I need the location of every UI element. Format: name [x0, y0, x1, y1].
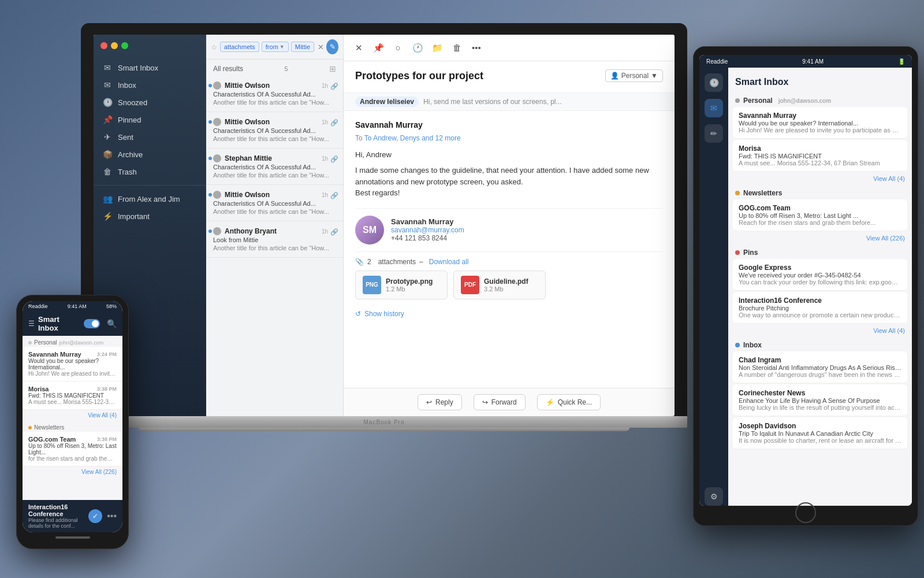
ipad-sender-nl-0: GOG.com Team: [739, 204, 901, 212]
ipad-personal-section: Personal john@dawson.com: [728, 92, 912, 106]
forward-button[interactable]: ↪ Forward: [474, 394, 526, 410]
search-icon[interactable]: 🔍: [107, 319, 117, 328]
iphone-toggle[interactable]: [84, 319, 100, 328]
iphone-email-1[interactable]: Morisa 3:38 PM Fwd: THIS IS MAGNIFICENT …: [23, 381, 122, 410]
ipad-email-pin-1[interactable]: Interaction16 Conference Brochure Pitchi…: [733, 292, 907, 324]
result-sender: Stephan Mittie: [213, 154, 336, 162]
search-tag-attachments[interactable]: attachmets: [220, 42, 259, 52]
result-item-3[interactable]: Mittie Owlson 1h 🔗 Characteristics Of A …: [206, 185, 343, 221]
label-dropdown-icon: ▼: [651, 72, 658, 80]
iphone-screen: Readdie 9:41 AM 58% ☰ Smart Inbox 🔍 Pers…: [23, 301, 122, 532]
sidebar-item-inbox[interactable]: ✉ Inbox: [94, 76, 206, 94]
sidebar-item-trash[interactable]: 🗑 Trash: [94, 163, 206, 180]
ipad-preview-inbox-1: Being lucky in life is the result of put…: [739, 404, 901, 411]
macbook-base: [81, 416, 687, 428]
search-tag-mittie[interactable]: Mittie: [291, 42, 314, 52]
ipad-sidebar-compose[interactable]: ✏: [705, 124, 723, 143]
attachments-row: 📎 2 attachments – Download all PNG: [355, 251, 663, 305]
pin-email-button[interactable]: 📌: [372, 42, 384, 54]
ipad-battery: 🔋: [898, 58, 905, 65]
ipad-email-personal-0[interactable]: Savannah Murray Would you be our speaker…: [733, 107, 907, 139]
sidebar-item-important[interactable]: ⚡ Important: [94, 208, 206, 225]
iphone-preview-0: Hi John! We are pleased to invite you to…: [28, 370, 117, 377]
circle-button[interactable]: ○: [392, 42, 404, 54]
ipad-viewall-pins[interactable]: View All (4): [728, 325, 912, 336]
hamburger-icon[interactable]: ☰: [28, 320, 35, 328]
iphone-viewall-personal[interactable]: View All (4): [23, 410, 122, 421]
ipad-sidebar-inbox[interactable]: ✉: [705, 99, 723, 117]
results-list: Mittie Owlson 1h 🔗 Characteristics Of A …: [206, 76, 343, 416]
move-button[interactable]: 📁: [431, 42, 443, 54]
ipad-email-inbox-1[interactable]: Corinechester News Enhance Your Life By …: [733, 384, 907, 416]
close-button[interactable]: [100, 42, 107, 49]
email-to-link[interactable]: To Andrew, Denys and 12 more: [364, 134, 461, 142]
forward-icon: ↪: [482, 398, 488, 406]
ipad-sidebar-clock[interactable]: 🕐: [705, 73, 723, 92]
ipad-sidebar-settings[interactable]: ⚙: [705, 487, 723, 506]
ipad-email-inbox-0[interactable]: Chad Ingram Non Steroidal Anti Inflammat…: [733, 351, 907, 383]
attachment-pdf[interactable]: PDF Guideline.pdf 3.2 Mb: [453, 271, 546, 299]
result-item-0[interactable]: Mittie Owlson 1h 🔗 Characteristics Of A …: [206, 76, 343, 112]
ipad: Readdie 9:41 AM 🔋 🕐 ✉ ✏ ⚙: [693, 46, 918, 526]
iphone-notification: Interaction16 Conference Please find add…: [23, 500, 122, 532]
pin-icon: 📌: [103, 115, 112, 124]
ipad-sender-inbox-0: Chad Ingram: [739, 356, 901, 364]
sidebar-item-snoozed[interactable]: 🕐 Snoozed: [94, 94, 206, 111]
iphone-email-0[interactable]: Savannah Murray 3:24 PM Would you be our…: [23, 347, 122, 381]
avatar: [213, 118, 221, 126]
fullscreen-button[interactable]: [121, 42, 128, 49]
search-clear-button[interactable]: ✕: [318, 43, 324, 51]
download-all-link[interactable]: Download all: [429, 258, 469, 266]
iphone-email-nl-0[interactable]: GOG.com Team 3:38 PM Up to 80% off Risen…: [23, 432, 122, 466]
ipad-email-pin-0[interactable]: Google Express We've received your order…: [733, 259, 907, 291]
iphone-subject-0: Would you be our speaker? International.…: [28, 358, 117, 370]
sidebar-item-archive[interactable]: 📦 Archive: [94, 146, 206, 163]
trash-email-button[interactable]: 🗑: [451, 42, 463, 54]
attachment-png[interactable]: PNG Prototype.png 1.2 Mb: [355, 271, 448, 299]
paperclip-icon: 📎: [355, 258, 364, 266]
search-edit-button[interactable]: ✎: [326, 39, 338, 54]
sidebar-item-sent[interactable]: ✈ Sent: [94, 128, 206, 146]
close-email-button[interactable]: ✕: [353, 42, 364, 54]
avatar: [213, 227, 221, 235]
more-button[interactable]: •••: [471, 42, 482, 54]
ipad-email-inbox-2[interactable]: Joseph Davidson Trip To Iqaluit In Nunav…: [733, 417, 907, 449]
notification-title: Interaction16 Conference: [28, 503, 84, 517]
sender-name: Stephan Mittie: [225, 154, 272, 162]
result-item-1[interactable]: Mittie Owlson 1h 🔗 Characteristics Of A …: [206, 112, 343, 149]
minimize-button[interactable]: [111, 42, 118, 49]
result-item-2[interactable]: Stephan Mittie 1h 🔗 Characteristics Of A…: [206, 149, 343, 185]
sidebar-divider: [94, 185, 206, 186]
email-view: ✕ 📌 ○ 🕐 📁 🗑 ••• Prototypes for our proje…: [344, 35, 675, 416]
ipad-preview-inbox-0: A number of "dangerous drugs" have been …: [739, 371, 901, 378]
email-subject: Prototypes for our project: [355, 70, 483, 82]
ipad-sender-0: Savannah Murray: [739, 112, 901, 120]
ipad-pins-section: Pins: [728, 244, 912, 258]
avatar: [213, 191, 221, 199]
ipad-viewall-personal[interactable]: View All (4): [728, 173, 912, 184]
ipad-subject-nl-0: Up to 80% off Risen 3, Metro: Last Light…: [739, 212, 901, 219]
result-item-4[interactable]: Anthony Bryant 1h 🔗 Look from Mittie Ano…: [206, 221, 343, 258]
sidebar-item-from-alex-jim[interactable]: 👥 From Alex and Jim: [94, 190, 206, 208]
result-time: 1h: [322, 119, 328, 125]
sidebar-item-pinned[interactable]: 📌 Pinned: [94, 111, 206, 128]
results-view-toggle[interactable]: ⊞: [329, 64, 336, 73]
quick-reply-button[interactable]: ⚡ Quick Re...: [537, 394, 601, 410]
conversation-preview[interactable]: Andrew Ieliseiev Hi, send me last versio…: [344, 93, 675, 111]
show-history-button[interactable]: ↺ Show history: [355, 305, 663, 323]
sidebar-item-smart-inbox[interactable]: ✉ Smart Inbox: [94, 59, 206, 76]
ipad-home-button[interactable]: [795, 502, 816, 523]
ipad-sidebar: 🕐 ✉ ✏ ⚙: [699, 68, 728, 506]
more-icon[interactable]: •••: [107, 511, 117, 521]
snooze-button[interactable]: 🕐: [412, 42, 423, 54]
ipad-viewall-newsletters[interactable]: View All (226): [728, 232, 912, 244]
search-tag-from[interactable]: from ▼: [262, 42, 289, 52]
attachment-info: Prototype.png 1.2 Mb: [386, 277, 433, 292]
signature-info: Savannah Murray savannah@murray.com +44 …: [391, 217, 464, 242]
reply-button[interactable]: ↩ Reply: [418, 394, 462, 410]
notification-action-button[interactable]: ✓: [88, 509, 102, 523]
ipad-email-nl-0[interactable]: GOG.com Team Up to 80% off Risen 3, Metr…: [733, 199, 907, 231]
iphone-viewall-newsletters[interactable]: View All (226): [23, 466, 122, 477]
ipad-email-personal-1[interactable]: Morisa Fwd: THIS IS MAGNIFICENT A must s…: [733, 140, 907, 172]
email-label-button[interactable]: 👤 Personal ▼: [605, 69, 663, 82]
